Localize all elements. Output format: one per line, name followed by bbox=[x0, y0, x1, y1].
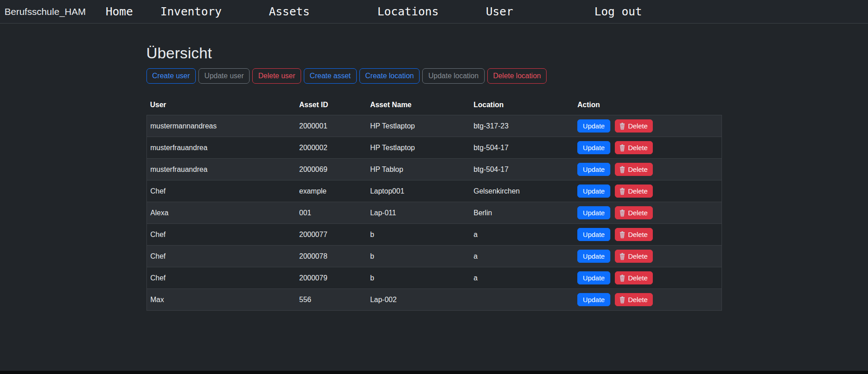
delete-button-label: Delete bbox=[628, 166, 647, 173]
cell-asset-id: 2000079 bbox=[296, 267, 367, 289]
delete-location-button[interactable]: Delete location bbox=[487, 68, 547, 84]
cell-location: a bbox=[470, 224, 574, 246]
cell-asset-name: b bbox=[367, 224, 470, 246]
cell-action: Update Delete bbox=[574, 224, 722, 246]
delete-user-button[interactable]: Delete user bbox=[252, 68, 301, 84]
trash-icon bbox=[619, 275, 626, 282]
create-asset-button[interactable]: Create asset bbox=[304, 68, 357, 84]
update-button[interactable]: Update bbox=[577, 250, 610, 263]
update-button[interactable]: Update bbox=[577, 185, 610, 198]
page-title: Übersicht bbox=[146, 44, 722, 62]
trash-icon bbox=[619, 209, 626, 217]
update-user-button[interactable]: Update user bbox=[198, 68, 250, 84]
table-row: Chef 2000077 b a Update Delete bbox=[146, 224, 722, 246]
brand-link[interactable]: Berufsschule_HAM bbox=[5, 6, 86, 17]
trash-icon bbox=[619, 231, 626, 238]
cell-action: Update Delete bbox=[574, 115, 722, 137]
cell-action: Update Delete bbox=[574, 267, 722, 289]
delete-button-label: Delete bbox=[628, 252, 647, 260]
cell-asset-name: HP Testlaptop bbox=[367, 115, 470, 137]
table-row: Chef 2000078 b a Update Delete bbox=[146, 246, 722, 267]
table-row: musterfrauandrea 2000069 HP Tablop btg-5… bbox=[146, 159, 722, 180]
delete-button[interactable]: Delete bbox=[615, 206, 653, 219]
cell-asset-name: Laptop001 bbox=[367, 180, 470, 202]
column-header: User bbox=[146, 97, 296, 115]
update-button[interactable]: Update bbox=[577, 293, 610, 306]
delete-button[interactable]: Delete bbox=[615, 119, 653, 133]
nav-item-locations[interactable]: Locations bbox=[377, 5, 486, 18]
cell-asset-id: 001 bbox=[296, 202, 367, 224]
cell-action: Update Delete bbox=[574, 159, 722, 180]
create-user-button[interactable]: Create user bbox=[146, 68, 196, 84]
table-row: mustermannandreas 2000001 HP Testlaptop … bbox=[146, 115, 722, 137]
toolbar: Create userUpdate userDelete userCreate … bbox=[146, 68, 722, 84]
update-button[interactable]: Update bbox=[577, 271, 610, 284]
delete-button[interactable]: Delete bbox=[615, 185, 653, 198]
trash-icon bbox=[619, 144, 626, 151]
nav-item-assets[interactable]: Assets bbox=[269, 5, 377, 18]
cell-asset-name: Lap-011 bbox=[367, 202, 470, 224]
trash-icon bbox=[619, 296, 626, 303]
main-content: Übersicht Create userUpdate userDelete u… bbox=[146, 44, 722, 311]
delete-button-label: Delete bbox=[628, 209, 647, 217]
cell-asset-id: 2000002 bbox=[296, 137, 367, 159]
cell-action: Update Delete bbox=[574, 202, 722, 224]
update-button[interactable]: Update bbox=[577, 141, 610, 154]
cell-user: Chef bbox=[146, 224, 296, 246]
update-button[interactable]: Update bbox=[577, 119, 610, 133]
cell-asset-name: HP Testlaptop bbox=[367, 137, 470, 159]
delete-button-label: Delete bbox=[628, 122, 647, 130]
update-button[interactable]: Update bbox=[577, 163, 610, 176]
table-row: musterfrauandrea 2000002 HP Testlaptop b… bbox=[146, 137, 722, 159]
delete-button[interactable]: Delete bbox=[615, 250, 653, 263]
delete-button[interactable]: Delete bbox=[615, 271, 653, 284]
nav-links: HomeInventoryAssetsLocationsUserLog out bbox=[106, 5, 703, 18]
delete-button[interactable]: Delete bbox=[615, 141, 653, 154]
delete-button[interactable]: Delete bbox=[615, 228, 653, 241]
column-header: Asset Name bbox=[367, 97, 470, 115]
cell-asset-name: b bbox=[367, 246, 470, 267]
cell-asset-id: 2000069 bbox=[296, 159, 367, 180]
column-header: Action bbox=[574, 97, 722, 115]
cell-user: Chef bbox=[146, 246, 296, 267]
cell-action: Update Delete bbox=[574, 289, 722, 311]
cell-location: btg-504-17 bbox=[470, 137, 574, 159]
cell-action: Update Delete bbox=[574, 137, 722, 159]
cell-user: Max bbox=[146, 289, 296, 311]
nav-item-user[interactable]: User bbox=[486, 5, 594, 18]
nav-item-inventory[interactable]: Inventory bbox=[160, 5, 269, 18]
trash-icon bbox=[619, 123, 626, 130]
table-row: Chef example Laptop001 Gelsenkirchen Upd… bbox=[146, 180, 722, 202]
delete-button[interactable]: Delete bbox=[615, 293, 653, 306]
trash-icon bbox=[619, 166, 626, 173]
navbar: Berufsschule_HAM HomeInventoryAssetsLoca… bbox=[0, 0, 868, 24]
cell-location: a bbox=[470, 267, 574, 289]
cell-user: Chef bbox=[146, 180, 296, 202]
create-location-button[interactable]: Create location bbox=[359, 68, 420, 84]
asset-table: UserAsset IDAsset NameLocationAction mus… bbox=[146, 97, 722, 311]
update-button[interactable]: Update bbox=[577, 206, 610, 219]
delete-button-label: Delete bbox=[628, 144, 647, 151]
nav-item-logout[interactable]: Log out bbox=[594, 5, 703, 18]
nav-item-home[interactable]: Home bbox=[106, 5, 160, 18]
cell-asset-id: 2000078 bbox=[296, 246, 367, 267]
delete-button[interactable]: Delete bbox=[615, 163, 653, 176]
cell-asset-id: 2000077 bbox=[296, 224, 367, 246]
table-row: Alexa 001 Lap-011 Berlin Update Delete bbox=[146, 202, 722, 224]
cell-user: musterfrauandrea bbox=[146, 137, 296, 159]
table-header-row: UserAsset IDAsset NameLocationAction bbox=[146, 97, 722, 115]
cell-user: mustermannandreas bbox=[146, 115, 296, 137]
cell-asset-name: b bbox=[367, 267, 470, 289]
cell-user: Chef bbox=[146, 267, 296, 289]
table-body: mustermannandreas 2000001 HP Testlaptop … bbox=[146, 115, 722, 311]
cell-location: btg-504-17 bbox=[470, 159, 574, 180]
cell-location: btg-317-23 bbox=[470, 115, 574, 137]
cell-action: Update Delete bbox=[574, 246, 722, 267]
delete-button-label: Delete bbox=[628, 231, 647, 238]
table-row: Max 556 Lap-002 Update Delete bbox=[146, 289, 722, 311]
column-header: Asset ID bbox=[296, 97, 367, 115]
delete-button-label: Delete bbox=[628, 296, 647, 303]
update-button[interactable]: Update bbox=[577, 228, 610, 241]
update-location-button[interactable]: Update location bbox=[422, 68, 484, 84]
cell-asset-name: Lap-002 bbox=[367, 289, 470, 311]
